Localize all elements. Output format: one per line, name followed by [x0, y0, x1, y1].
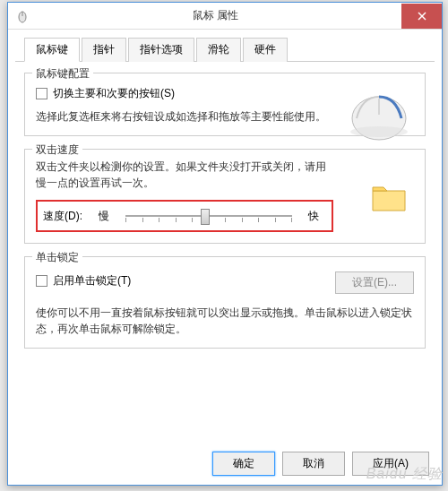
swap-buttons-checkbox[interactable]: [36, 88, 47, 99]
tab-mouse-keys[interactable]: 鼠标键: [24, 38, 80, 62]
mouse-properties-window: 鼠标 属性 鼠标键 指针 指针选项 滑轮 硬件 鼠标键配置 切换主要和次要的按钮…: [7, 2, 443, 486]
tab-hardware[interactable]: 硬件: [243, 38, 288, 62]
click-lock-label: 启用单击锁定(T): [53, 273, 131, 289]
click-lock-desc: 使你可以不用一直按着鼠标按钮就可以突出显示或拖拽。单击鼠标以进入锁定状态，再次单…: [36, 305, 414, 337]
group-double-click-speed: 双击速度 双击文件夹以检测你的设置。如果文件夹没打开或关闭，请用慢一点的设置再试…: [24, 149, 426, 244]
group-click-lock: 单击锁定 启用单击锁定(T) 设置(E)... 使你可以不用一直按着鼠标按钮就可…: [24, 256, 426, 349]
speed-desc: 双击文件夹以检测你的设置。如果文件夹没打开或关闭，请用慢一点的设置再试一次。: [36, 159, 333, 191]
group-title: 双击速度: [32, 142, 82, 158]
ok-button[interactable]: 确定: [212, 452, 275, 476]
speed-fast-label: 快: [308, 209, 319, 224]
group-button-config: 鼠标键配置 切换主要和次要的按钮(S) 选择此复选框来将右按钮设成如选择和拖放等…: [24, 73, 426, 136]
tab-pointer-options[interactable]: 指针选项: [128, 38, 194, 62]
click-lock-checkbox[interactable]: [36, 275, 47, 287]
svg-point-6: [350, 126, 408, 137]
titlebar: 鼠标 属性: [8, 3, 442, 30]
tab-bar: 鼠标键 指针 指针选项 滑轮 硬件: [15, 30, 435, 62]
tab-pointer[interactable]: 指针: [82, 38, 126, 62]
speed-slider[interactable]: [116, 207, 301, 225]
speed-slider-row: 速度(D): 慢 快: [36, 200, 333, 232]
apply-button[interactable]: 应用(A): [352, 452, 429, 476]
speed-label: 速度(D):: [43, 209, 82, 224]
slider-thumb[interactable]: [201, 209, 210, 225]
close-button[interactable]: [401, 4, 442, 29]
click-lock-checkbox-row[interactable]: 启用单击锁定(T): [36, 273, 131, 289]
swap-buttons-label: 切换主要和次要的按钮(S): [53, 86, 175, 101]
mouse-illustration: [344, 82, 414, 143]
speed-slow-label: 慢: [99, 209, 109, 224]
swap-buttons-desc: 选择此复选框来将右按钮设成如选择和拖放等主要性能使用。: [36, 108, 333, 125]
cancel-button[interactable]: 取消: [282, 452, 345, 476]
mouse-icon: [15, 9, 30, 23]
tab-wheel[interactable]: 滑轮: [196, 38, 241, 62]
tab-panel: 鼠标键配置 切换主要和次要的按钮(S) 选择此复选框来将右按钮设成如选择和拖放等…: [8, 62, 442, 372]
dialog-buttons: 确定 取消 应用(A): [212, 452, 429, 476]
close-icon: [418, 12, 426, 21]
folder-icon[interactable]: [369, 180, 409, 216]
group-title: 鼠标键配置: [32, 66, 93, 82]
click-lock-settings-button: 设置(E)...: [335, 271, 414, 294]
window-title: 鼠标 属性: [30, 8, 401, 23]
group-title: 单击锁定: [32, 250, 82, 265]
